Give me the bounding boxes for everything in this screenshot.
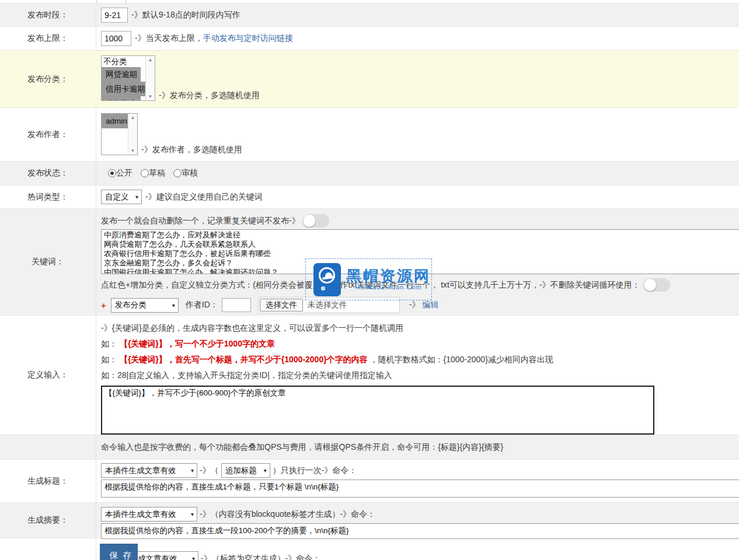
summary-mode-value: 本插件生成文章有效 xyxy=(105,509,176,520)
category-option[interactable]: 网贷逾期 xyxy=(102,67,141,82)
custom-input-label: 定义输入： xyxy=(0,316,96,435)
chevron-down-icon: ▾ xyxy=(135,194,138,200)
author-id-label: 作者ID： xyxy=(186,300,218,310)
radio-checked-icon[interactable] xyxy=(108,169,116,177)
category-option[interactable]: 逾期协商 xyxy=(102,96,141,100)
radio-label: 公开 xyxy=(116,168,133,178)
listbox-scrollbar[interactable]: ▲ ▼ xyxy=(145,56,155,100)
hotword-type-select[interactable]: 自定义 ▾ xyxy=(101,190,142,204)
generate-summary-command-textarea[interactable]: 根据我提供给你的内容，直接生成一段100-200个字的摘要，\n\n{标题} xyxy=(101,523,739,539)
category-option[interactable]: 不分类 xyxy=(102,56,145,67)
scroll-down-icon[interactable]: ▼ xyxy=(131,148,135,153)
scroll-up-icon[interactable]: ▲ xyxy=(148,57,153,62)
command-note-text: 命令输入也是按字收费的，每个功能都会叠加QPS与费用，请根据QPS条件开启，命令… xyxy=(101,442,503,453)
row-bottom-clipped: 保存 本插件生成文章有效 ▾ -》（标签为空才生成）-》命令： xyxy=(0,538,739,560)
bottom-row-label xyxy=(0,538,96,560)
author-option[interactable]: admin xyxy=(102,114,128,128)
radio-review[interactable]: 审核 xyxy=(173,168,198,178)
listbox-scrollbar[interactable]: ▲ ▼ xyxy=(128,114,137,155)
author-id-input[interactable] xyxy=(222,298,251,312)
file-input[interactable]: 选择文件 未选择文件 xyxy=(258,297,400,313)
row-publish-author: 发布作者： admin ▲ ▼ -》发布作者，多选随机使用 xyxy=(0,108,739,162)
plugin-settings-page: 发布时段： -》默认9-18点的时间段内写作 发布上限： -》当天发布上限， 手… xyxy=(0,0,739,560)
auto-delete-toggle[interactable] xyxy=(302,214,329,228)
hotword-type-desc: -》建议自定义使用自己的关键词 xyxy=(145,192,263,202)
row-custom-input: 定义输入： -》{关键词}是必须的，生成内容字数也在这里定义，可以设置多个一行一… xyxy=(0,316,739,435)
edit-arrow-text: -》 xyxy=(409,300,420,309)
chevron-down-icon: ▾ xyxy=(264,467,267,474)
category-option[interactable]: 信用卡逾期 xyxy=(102,82,145,96)
keywords-toggle-text: 发布一个就会自动删除一个，记录重复关键词不发布-》 xyxy=(101,216,300,226)
row-publish-status: 发布状态： 公开 草稿 审核 xyxy=(0,162,739,186)
radio-public[interactable]: 公开 xyxy=(108,168,133,178)
scroll-down-icon[interactable]: ▼ xyxy=(148,94,153,99)
row-command-note: 命令输入也是按字收费的，每个功能都会叠加QPS与费用，请根据QPS条件开启，命令… xyxy=(0,435,739,460)
summary-mode-select[interactable]: 本插件生成文章有效 ▾ xyxy=(101,507,197,522)
row-generate-title: 生成标题： 本插件生成文章有效 ▾ -》（ 追加标题 ▾ ）只执行一次-》命令：… xyxy=(0,460,739,503)
title-append-select[interactable]: 追加标题 ▾ xyxy=(221,463,270,478)
title-mode-select[interactable]: 本插件生成文章有效 ▾ xyxy=(101,463,197,478)
custom-input-hint-3: 如： 【{关键词}】，首先写一个标题，并写不少于{1000-2000}个字的内容… xyxy=(101,354,739,365)
title-mode-value: 本插件生成文章有效 xyxy=(105,466,176,476)
file-status-text: 未选择文件 xyxy=(308,300,347,310)
publish-author-listbox[interactable]: admin ▲ ▼ xyxy=(101,113,138,155)
row-generate-summary: 生成摘要： 本插件生成文章有效 ▾ -》（内容没有blockquote标签才生成… xyxy=(0,503,739,538)
publish-status-label: 发布状态： xyxy=(0,162,96,185)
radio-label: 草稿 xyxy=(149,168,165,178)
publish-category-desc: -》发布分类，多选随机使用 xyxy=(159,90,260,101)
publish-limit-label: 发布上限： xyxy=(0,27,96,50)
publish-limit-desc: -》当天发布上限， xyxy=(135,33,203,44)
publish-author-desc: -》发布作者，多选随机使用 xyxy=(141,145,242,155)
row-keywords: 关键词： 发布一个就会自动删除一个，记录重复关键词不发布-》 中原消费逾期了怎么… xyxy=(0,209,739,316)
keyword-category-select[interactable]: 发布分类 ▾ xyxy=(111,298,179,313)
publish-time-input[interactable] xyxy=(101,8,128,23)
chevron-down-icon: ▾ xyxy=(192,555,195,560)
save-button[interactable]: 保存 xyxy=(100,544,138,560)
example-rest-text: ，随机字数格式如：{1000-2000}减少相同内容出现 xyxy=(370,355,553,364)
keyword-category-value: 发布分类 xyxy=(115,300,147,310)
custom-input-textarea[interactable]: 【{关键词}】，并写不少于{600-900}个字的原创文章 xyxy=(101,386,654,435)
publish-category-label: 发布分类： xyxy=(0,51,96,107)
publish-category-listbox[interactable]: 不分类 网贷逾期 信用卡逾期 逾期协商 ▲ ▼ xyxy=(101,55,155,101)
publish-limit-input[interactable] xyxy=(101,31,131,46)
generate-title-command-textarea[interactable]: 根据我提供给你的内容，直接生成1个标题，只要1个标题 \n\n{标题} xyxy=(101,480,739,498)
radio-draft[interactable]: 草稿 xyxy=(141,168,165,178)
publish-time-desc: -》默认9-18点的时间段内写作 xyxy=(131,10,240,20)
row-publish-time: 发布时段： -》默认9-18点的时间段内写作 xyxy=(0,4,739,27)
radio-icon[interactable] xyxy=(141,169,149,177)
add-category-button[interactable]: + xyxy=(101,300,106,310)
hotword-type-label: 热词类型： xyxy=(0,186,96,208)
keywords-textarea[interactable]: 中原消费逾期了怎么办，应对及解决途径 网商贷逾期了怎么办，几天会联系紧急联系人 … xyxy=(101,229,739,274)
choose-file-button[interactable]: 选择文件 xyxy=(260,299,303,312)
summary-mid-text: -》（内容没有blockquote标签才生成）-》命令： xyxy=(200,509,375,520)
custom-input-hint-1: -》{关键词}是必须的，生成内容字数也在这里定义，可以设置多个一行一个随机调用 xyxy=(101,323,739,333)
chevron-down-icon: ▾ xyxy=(191,511,194,517)
radio-icon[interactable] xyxy=(173,169,182,177)
example-red-text: 【{关键词}】，首先写一个标题，并写不少于{1000-2000}个字的内容 xyxy=(120,355,368,364)
example-prefix: 如： xyxy=(101,355,117,364)
chevron-down-icon: ▾ xyxy=(172,302,175,309)
row-hotword-type: 热词类型： 自定义 ▾ -》建议自定义使用自己的关键词 xyxy=(0,186,739,209)
custom-input-hint-2: 如： 【{关键词}】，写一个不少于1000字的文章 xyxy=(101,338,739,349)
example-prefix: 如： xyxy=(101,339,117,348)
chevron-down-icon: ▾ xyxy=(191,467,194,474)
example-red-text: 【{关键词}】，写一个不少于1000字的文章 xyxy=(120,339,275,348)
generate-summary-label: 生成摘要： xyxy=(0,503,96,538)
title-mid-text-1: -》（ xyxy=(200,466,219,476)
edit-link[interactable]: 编辑 xyxy=(422,300,438,309)
row-publish-category: 发布分类： 不分类 网贷逾期 信用卡逾期 逾期协商 ▲ ▼ -》发布分类，多选随… xyxy=(0,51,739,108)
row-publish-limit: 发布上限： -》当天发布上限， 手动发布与定时访问链接 xyxy=(0,27,739,51)
radio-label: 审核 xyxy=(182,168,198,178)
keywords-hint-text: 点红色+增加分类，自定义独立分类方式：(相同分类会被覆盖)，制作txt关键词文件… xyxy=(101,280,640,290)
publish-time-label: 发布时段： xyxy=(0,4,96,26)
scroll-up-icon[interactable]: ▲ xyxy=(131,115,135,120)
command-note-label xyxy=(0,435,96,459)
manual-publish-link[interactable]: 手动发布与定时访问链接 xyxy=(203,33,293,44)
generate-title-label: 生成标题： xyxy=(0,460,96,502)
publish-author-label: 发布作者： xyxy=(0,108,96,161)
title-append-value: 追加标题 xyxy=(225,466,257,476)
title-mid-text-2: ）只执行一次-》命令： xyxy=(273,466,357,476)
custom-input-hint-4: 如：28|自定义输入，支持输入开头指定分类ID|，指定分类的关键词使用指定输入 xyxy=(101,370,739,380)
keep-keywords-toggle[interactable] xyxy=(643,278,670,292)
bottom-mid-text: -》（标签为空才生成）-》命令： xyxy=(201,554,320,560)
